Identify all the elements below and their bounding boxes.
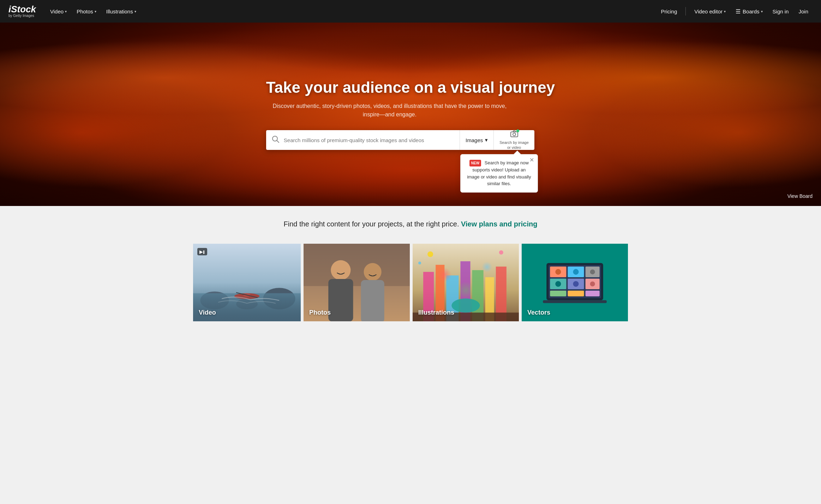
nav-divider <box>685 7 686 16</box>
hero-subtitle: Discover authentic, story-driven photos,… <box>266 102 513 119</box>
view-board-link[interactable]: View Board <box>787 193 813 199</box>
hero-section: Take your audience on a visual journey D… <box>0 23 821 206</box>
search-type-label: Images <box>466 137 483 143</box>
svg-point-16 <box>331 260 350 280</box>
nav-right: Pricing Video editor ▾ ☰ Boards ▾ Sign i… <box>657 5 813 18</box>
chevron-down-icon: ▾ <box>485 137 488 143</box>
category-label-photos: Photos <box>309 309 331 316</box>
nav-video-editor[interactable]: Video editor ▾ <box>690 6 730 17</box>
nav-photos[interactable]: Photos ▾ <box>72 6 101 17</box>
svg-point-48 <box>573 269 579 275</box>
category-grid: Video <box>185 237 636 335</box>
chevron-down-icon: ▾ <box>65 10 67 13</box>
svg-point-49 <box>590 269 595 274</box>
nav-signin[interactable]: Sign in <box>768 6 793 17</box>
svg-point-6 <box>263 288 295 309</box>
nav-video[interactable]: Video ▾ <box>46 6 71 17</box>
svg-rect-46 <box>543 300 607 303</box>
new-badge: NEW <box>469 160 481 166</box>
svg-rect-27 <box>496 267 507 321</box>
navbar: iStock by Getty Images Video ▾ Photos ▾ … <box>0 0 821 23</box>
category-card-video[interactable]: Video <box>193 244 301 321</box>
svg-point-50 <box>555 281 561 287</box>
search-tooltip: ✕ NEW Search by image now supports video… <box>460 154 538 193</box>
svg-point-18 <box>364 263 382 281</box>
svg-point-10 <box>243 293 250 297</box>
search-by-image-button[interactable]: Search by image or video <box>493 130 534 150</box>
svg-point-5 <box>200 291 229 309</box>
category-label-video: Video <box>199 309 216 316</box>
svg-rect-24 <box>460 261 470 321</box>
svg-rect-44 <box>568 291 584 296</box>
hero-title: Take your audience on a visual journey <box>266 79 555 96</box>
svg-point-33 <box>418 262 421 265</box>
nav-illustrations[interactable]: Illustrations ▾ <box>102 6 140 17</box>
search-bar: Images ▾ Search by image or video ✕ <box>266 130 534 150</box>
chevron-down-icon: ▾ <box>724 10 726 13</box>
chevron-down-icon: ▾ <box>761 10 763 13</box>
search-type-dropdown[interactable]: Images ▾ <box>460 130 493 150</box>
svg-marker-12 <box>199 250 203 254</box>
chevron-down-icon: ▾ <box>95 10 96 13</box>
nav-boards[interactable]: ☰ Boards ▾ <box>731 5 767 18</box>
search-input[interactable] <box>284 137 454 143</box>
logo-istock: iStock <box>8 5 36 14</box>
svg-point-7 <box>236 299 258 310</box>
search-input-wrap <box>266 130 460 150</box>
svg-point-32 <box>499 250 503 255</box>
nav-left: Video ▾ Photos ▾ Illustrations ▾ <box>46 6 657 17</box>
svg-point-47 <box>555 269 561 275</box>
category-label-vectors: Vectors <box>527 309 550 316</box>
svg-rect-8 <box>193 293 301 322</box>
category-label-illustrations: Illustrations <box>418 309 454 316</box>
search-icon <box>272 135 280 145</box>
svg-point-29 <box>451 298 480 312</box>
svg-point-3 <box>513 133 516 136</box>
svg-point-52 <box>590 281 595 286</box>
svg-point-9 <box>234 293 259 299</box>
svg-point-51 <box>573 281 579 287</box>
hero-content: Take your audience on a visual journey D… <box>259 79 562 150</box>
svg-rect-13 <box>203 250 204 254</box>
svg-rect-25 <box>472 270 484 321</box>
category-card-vectors[interactable]: Vectors <box>522 244 628 321</box>
svg-rect-2 <box>511 132 518 137</box>
svg-line-1 <box>277 140 279 142</box>
svg-rect-17 <box>328 279 353 321</box>
pricing-link[interactable]: View plans and pricing <box>461 220 537 228</box>
tooltip-close-button[interactable]: ✕ <box>529 157 534 163</box>
svg-rect-15 <box>304 244 410 286</box>
camera-icon <box>510 130 519 139</box>
boards-icon: ☰ <box>736 8 741 15</box>
pricing-section: Find the right content for your projects… <box>0 206 821 237</box>
video-type-badge <box>197 248 207 255</box>
pricing-text: Find the right content for your projects… <box>8 220 813 228</box>
svg-rect-19 <box>361 280 384 321</box>
svg-rect-45 <box>586 291 600 296</box>
logo-link[interactable]: iStock by Getty Images <box>8 5 36 18</box>
svg-rect-43 <box>550 291 566 296</box>
chevron-down-icon: ▾ <box>134 10 136 13</box>
tooltip-content: NEW Search by image now supports video! … <box>466 159 532 187</box>
category-card-illustrations[interactable]: Illustrations <box>413 244 519 321</box>
search-visual-label: Search by image or video <box>499 140 529 150</box>
nav-join[interactable]: Join <box>794 6 813 17</box>
category-card-photos[interactable]: Photos <box>304 244 410 321</box>
nav-pricing[interactable]: Pricing <box>657 6 681 17</box>
svg-line-11 <box>236 292 258 297</box>
logo-tagline: by Getty Images <box>8 14 36 18</box>
svg-rect-26 <box>485 277 494 321</box>
svg-point-31 <box>427 251 433 257</box>
